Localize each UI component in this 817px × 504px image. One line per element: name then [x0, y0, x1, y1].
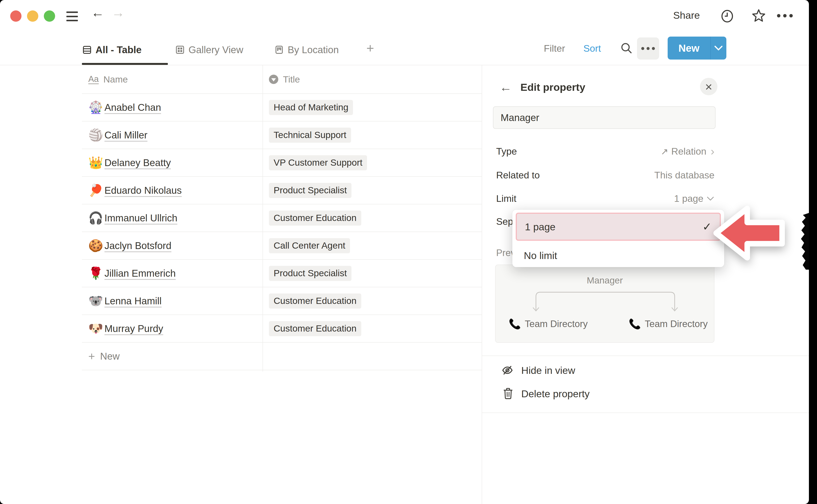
table-row: 🏓Eduardo Nikolaus Product Specialist — [82, 177, 482, 204]
page-link[interactable]: Lenna Hamill — [104, 295, 161, 307]
phone-icon: 📞 — [629, 318, 641, 330]
title-tag[interactable]: Customer Education — [269, 293, 361, 309]
view-settings-ellipsis-button[interactable] — [637, 37, 659, 60]
favorite-star-icon[interactable] — [751, 8, 767, 24]
forward-arrow-icon[interactable]: → — [111, 6, 125, 19]
annotation-arrow-left-icon — [713, 201, 787, 265]
page-emoji: 🌹 — [88, 266, 104, 280]
page-emoji: 🏓 — [88, 183, 104, 197]
page-link[interactable]: Anabel Chan — [104, 102, 161, 113]
tab-label: All - Table — [95, 44, 141, 56]
page-link[interactable]: Murray Purdy — [104, 323, 163, 334]
property-row-related-to[interactable]: Related to This database — [496, 169, 714, 181]
hide-in-view-button[interactable]: Hide in view — [501, 364, 575, 376]
table-row: 🎡Anabel Chan Head of Marketing — [82, 94, 482, 121]
more-options-icon[interactable] — [777, 14, 793, 17]
page-emoji: 🐨 — [88, 294, 104, 308]
page-emoji: 🍪 — [88, 239, 104, 253]
property-name-input[interactable] — [493, 106, 716, 129]
table-header-row: Aa Name Title — [82, 65, 482, 94]
relation-arrow-icon: ↗ — [661, 146, 668, 157]
page-emoji: 🐶 — [88, 322, 104, 336]
close-window-button[interactable] — [10, 10, 21, 22]
table-row: 🎧Immanuel Ullrich Customer Education — [82, 204, 482, 232]
board-view-icon — [274, 45, 284, 55]
chevron-right-icon: › — [711, 147, 714, 156]
table-row: 👑Delaney Beatty VP Customer Support — [82, 149, 482, 177]
add-view-button[interactable]: + — [366, 40, 374, 56]
title-tag[interactable]: Customer Education — [269, 211, 361, 226]
tab-label: Gallery View — [188, 44, 243, 56]
search-icon[interactable] — [620, 41, 633, 55]
title-tag[interactable]: Call Center Agent — [269, 238, 350, 253]
title-tag[interactable]: VP Customer Support — [269, 155, 367, 170]
eye-off-icon — [501, 364, 514, 376]
add-row-button[interactable]: + New — [82, 343, 482, 370]
active-tab-underline — [82, 63, 168, 65]
page-link[interactable]: Cali Miller — [104, 129, 147, 141]
check-icon: ✓ — [702, 220, 712, 233]
share-button[interactable]: Share — [673, 9, 700, 21]
page-link[interactable]: Jillian Emmerich — [104, 268, 176, 279]
column-header-title[interactable]: Title — [262, 65, 482, 93]
title-tag[interactable]: Technical Support — [269, 128, 351, 143]
dropdown-option-no-limit[interactable]: No limit — [524, 246, 557, 265]
title-tag[interactable]: Product Specialist — [269, 183, 351, 198]
panel-close-button[interactable]: × — [700, 78, 717, 95]
page-link[interactable]: Jaclyn Botsford — [104, 240, 171, 251]
back-arrow-icon[interactable]: ← — [91, 6, 104, 19]
tab-all-table[interactable]: All - Table — [82, 40, 141, 60]
tab-gallery-view[interactable]: Gallery View — [175, 40, 243, 60]
torn-edge-artifact — [800, 213, 809, 270]
table-row: 🍪Jaclyn Botsford Call Center Agent — [82, 232, 482, 260]
preview-child-page: 📞 Team Directory — [509, 318, 588, 330]
page-emoji: 👑 — [88, 156, 104, 170]
preview-parent-label: Manager — [496, 275, 714, 286]
title-tag[interactable]: Head of Marketing — [269, 100, 353, 115]
title-tag[interactable]: Customer Education — [269, 321, 361, 336]
property-row-limit[interactable]: Limit 1 page — [496, 193, 714, 205]
database-table: Aa Name Title 🎡Anabel Chan Head of Marke… — [82, 65, 482, 370]
panel-back-arrow-icon[interactable]: ← — [500, 80, 512, 94]
dropdown-option-1-page[interactable]: 1 page ✓ — [516, 213, 721, 241]
table-row: 🌹Jillian Emmerich Product Specialist — [82, 260, 482, 287]
new-button[interactable]: New — [668, 37, 726, 60]
sidebar-menu-icon[interactable] — [66, 11, 78, 21]
new-dropdown-chevron[interactable] — [711, 37, 726, 60]
table-row: 🏐Cali Miller Technical Support — [82, 121, 482, 149]
property-row-type[interactable]: Type ↗ Relation › — [496, 145, 714, 157]
new-button-label[interactable]: New — [668, 37, 710, 60]
page-emoji: 🎧 — [88, 211, 104, 225]
minimize-window-button[interactable] — [27, 10, 38, 22]
plus-icon: + — [88, 350, 95, 363]
zoom-window-button[interactable] — [44, 10, 55, 22]
page-emoji: 🏐 — [88, 128, 104, 142]
table-row: 🐨Lenna Hamill Customer Education — [82, 287, 482, 315]
preview-child-page: 📞 Team Directory — [629, 318, 708, 330]
gallery-view-icon — [175, 45, 185, 55]
separate-label-clipped: Sep — [496, 216, 513, 227]
tab-by-location[interactable]: By Location — [274, 40, 339, 60]
page-link[interactable]: Eduardo Nikolaus — [104, 185, 182, 196]
phone-icon: 📞 — [509, 318, 521, 330]
page-emoji: 🎡 — [88, 100, 104, 114]
chevron-down-icon — [706, 196, 714, 201]
delete-property-button[interactable]: Delete property — [503, 387, 590, 400]
table-view-icon — [82, 45, 92, 55]
select-property-icon — [269, 75, 278, 84]
chevron-down-icon — [714, 45, 723, 51]
panel-divider — [482, 65, 482, 504]
app-window: ← → Share All - Table Gallery View — [0, 0, 809, 504]
page-link[interactable]: Delaney Beatty — [104, 157, 171, 168]
panel-section-divider — [482, 356, 809, 356]
panel-title: Edit property — [521, 81, 585, 93]
filter-button[interactable]: Filter — [544, 43, 565, 54]
title-tag[interactable]: Product Specialist — [269, 266, 351, 281]
page-link[interactable]: Immanuel Ullrich — [104, 212, 177, 224]
column-header-name[interactable]: Aa Name — [82, 65, 262, 93]
updates-clock-icon[interactable] — [720, 9, 735, 24]
sort-button[interactable]: Sort — [583, 43, 601, 54]
title-property-icon: Aa — [88, 74, 99, 84]
limit-dropdown-menu: 1 page ✓ No limit — [512, 210, 724, 267]
table-row: 🐶Murray Purdy Customer Education — [82, 315, 482, 343]
